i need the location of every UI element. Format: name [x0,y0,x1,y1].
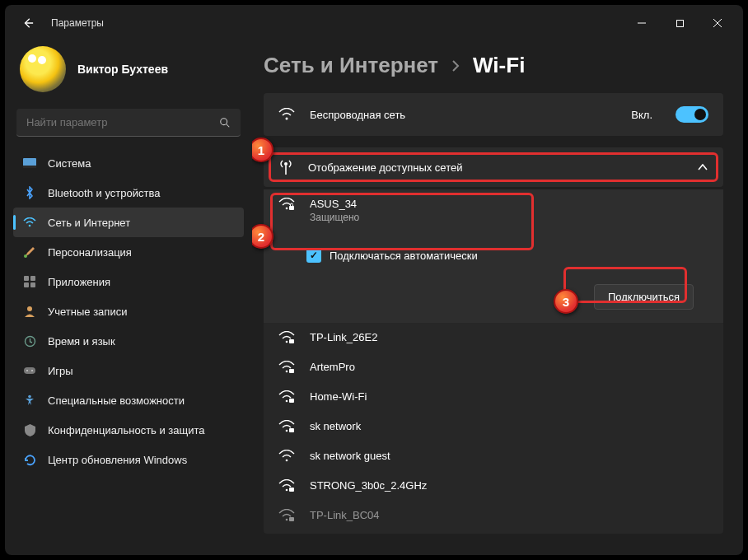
network-item[interactable]: sk network guest [264,441,723,471]
sidebar-item-label: Время и язык [48,335,115,348]
avatar [20,46,66,92]
wireless-toggle[interactable] [676,106,708,123]
wifi-open-icon [278,450,295,463]
network-name: TP-Link_26E2 [310,331,377,343]
wifi-secure-icon [278,509,295,522]
wireless-card[interactable]: Беспроводная сеть Вкл. [264,93,723,136]
svg-rect-28 [289,369,294,373]
sidebar-item-gaming[interactable]: Игры [13,356,244,385]
sidebar-item-network[interactable]: Сеть и Интернет [13,208,244,237]
svg-rect-35 [289,488,294,492]
svg-rect-26 [289,339,294,343]
network-name: sk network [310,420,361,432]
close-button[interactable] [699,10,736,36]
network-name: TP-Link_BC04 [310,509,380,521]
network-item-selected[interactable]: 2 ASUS_34 Защищено ✓ Подключаться автома… [264,189,723,323]
sidebar-item-accessibility[interactable]: Специальные возможности [13,385,244,415]
breadcrumb-parent[interactable]: Сеть и Интернет [264,53,438,78]
sidebar-item-label: Учетные записи [48,306,127,318]
person-icon [23,305,36,318]
sidebar-item-system[interactable]: Система [13,148,244,178]
sidebar-item-label: Конфиденциальность и защита [48,424,205,436]
wifi-secure-icon [278,420,295,433]
wifi-icon [23,216,36,229]
chevron-right-icon [451,59,460,72]
minimize-button[interactable] [623,10,661,36]
svg-point-33 [286,460,288,462]
window-title: Параметры [51,17,104,29]
titlebar: Параметры [5,5,743,41]
settings-window: Параметры Виктор Бухтеев Система [5,5,743,555]
sidebar-item-label: Приложения [48,276,110,288]
network-name: ArtemPro [310,361,355,373]
network-item[interactable]: sk network [264,412,723,441]
sidebar-item-label: Система [48,157,91,170]
search-input[interactable] [26,116,219,128]
svg-rect-24 [289,206,294,210]
sidebar-item-bluetooth[interactable]: Bluetooth и устройства [13,178,244,208]
titlebar-left: Параметры [18,13,104,33]
sidebar-item-time-language[interactable]: Время и язык [13,326,244,356]
breadcrumb-current: Wi-Fi [473,53,525,78]
profile-block[interactable]: Виктор Бухтеев [13,41,244,104]
network-status: Защищено [310,212,708,223]
brush-icon [23,245,36,259]
update-icon [23,453,36,466]
svg-point-21 [284,162,288,166]
svg-rect-7 [23,166,36,168]
sidebar-item-label: Центр обновления Windows [48,454,187,466]
network-item[interactable]: TP-Link_BC04 [264,501,723,530]
network-item[interactable]: Home-Wi-Fi [264,382,723,412]
sidebar-item-privacy[interactable]: Конфиденциальность и защита [13,415,244,445]
wireless-title: Беспроводная сеть [310,109,616,121]
svg-rect-30 [289,399,294,403]
svg-point-29 [286,400,288,403]
svg-point-19 [28,395,31,399]
wifi-secure-icon [278,479,295,492]
network-item[interactable]: STRONG_3b0c_2.4GHz [264,471,723,501]
svg-point-25 [286,341,288,343]
svg-rect-11 [30,276,35,281]
search-box[interactable] [16,109,241,137]
breadcrumb: Сеть и Интернет Wi-Fi [264,41,723,93]
network-item[interactable]: ArtemPro [264,352,723,382]
maximize-button[interactable] [661,10,699,36]
svg-point-9 [24,254,27,258]
wifi-icon [278,108,295,121]
callout-2: 2 [252,224,273,249]
svg-point-18 [31,370,33,371]
toggle-label: Вкл. [631,109,652,121]
available-networks-header[interactable]: Отображение доступных сетей [264,147,723,187]
accessibility-icon [23,394,36,407]
sidebar-item-windows-update[interactable]: Центр обновления Windows [13,445,244,474]
callout-3: 3 [554,289,578,314]
svg-point-17 [26,370,28,371]
svg-line-5 [227,124,230,127]
sidebar-item-apps[interactable]: Приложения [13,267,244,296]
sidebar-item-accounts[interactable]: Учетные записи [13,296,244,326]
apps-icon [23,275,36,288]
wifi-secure-icon [278,390,295,404]
wifi-secure-icon [278,331,295,344]
network-name: ASUS_34 [310,198,708,210]
svg-point-36 [286,519,288,521]
svg-point-8 [29,225,31,227]
profile-name: Виктор Бухтеев [77,63,168,76]
svg-point-23 [286,208,288,210]
networks-list: 2 ASUS_34 Защищено ✓ Подключаться автома… [264,189,723,534]
back-button[interactable] [18,13,38,33]
auto-connect-label: Подключаться автоматически [330,250,478,262]
svg-rect-1 [676,20,683,26]
svg-point-14 [27,306,32,311]
svg-rect-32 [289,428,294,432]
auto-connect-checkbox[interactable]: ✓ [306,248,321,263]
sidebar-item-personalization[interactable]: Персонализация [13,237,244,267]
svg-rect-10 [24,276,29,281]
connect-button[interactable]: Подключиться [594,284,694,310]
network-item[interactable]: TP-Link_26E2 [264,323,723,352]
bluetooth-icon [23,186,36,199]
clock-globe-icon [23,334,36,348]
svg-rect-13 [30,282,35,287]
sidebar-item-label: Персонализация [48,246,132,259]
available-networks-title: Отображение доступных сетей [308,161,682,174]
